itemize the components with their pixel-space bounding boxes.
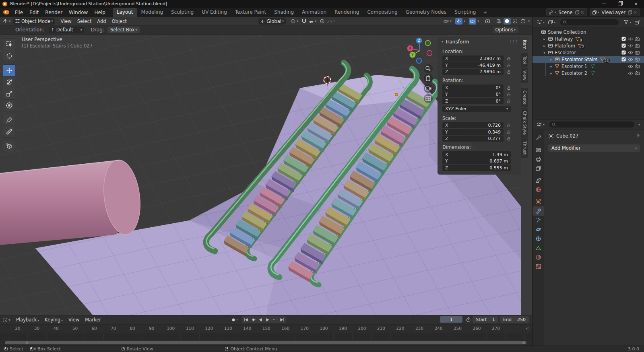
drag-mode-dropdown[interactable]: Select Box ▾ <box>107 27 140 33</box>
workspace-tab-geometry-nodes[interactable]: Geometry Nodes <box>402 8 450 17</box>
camera-button[interactable] <box>424 84 433 93</box>
tool-rotate[interactable] <box>3 76 15 88</box>
viewport-canvas[interactable]: XYZ User Perspective (1) Escolator Stair… <box>0 35 532 315</box>
editor-type-selector[interactable]: ▾ <box>2 19 10 24</box>
tool-select-box[interactable] <box>3 38 15 50</box>
new-collection-button[interactable] <box>634 20 640 25</box>
close-button[interactable]: × <box>628 0 644 8</box>
properties-tab-tool[interactable] <box>533 133 544 142</box>
render-camera-icon[interactable] <box>634 57 641 62</box>
frame-end-field[interactable]: End 250 <box>500 316 529 323</box>
transform-field-scale-z[interactable]: Z0.277 <box>442 136 504 142</box>
chevron-down-icon[interactable]: ▾ <box>477 19 479 23</box>
properties-tab-texture[interactable] <box>533 262 544 271</box>
expand-icon[interactable]: ▾ <box>542 51 547 55</box>
exclude-checkbox[interactable] <box>620 37 627 41</box>
render-camera-icon[interactable] <box>634 64 641 68</box>
sidebar-tab-item[interactable]: Item <box>521 37 528 52</box>
show-overlays-toggle[interactable] <box>469 18 476 25</box>
viewport-menu-select[interactable]: Select <box>74 18 94 25</box>
stopwatch-icon[interactable] <box>466 317 471 322</box>
jump-to-end-button[interactable] <box>279 316 286 323</box>
exclude-checkbox[interactable] <box>620 43 627 48</box>
workspace-tab-animation[interactable]: Animation <box>298 8 330 17</box>
tool-move[interactable] <box>3 64 15 76</box>
properties-editor-type-selector[interactable]: ▾ <box>537 122 545 127</box>
shading-solid-button[interactable] <box>504 18 511 25</box>
shading-material-button[interactable] <box>512 18 519 25</box>
outliner-item-scene-collection[interactable]: Scene Collection <box>533 29 644 35</box>
timeline-menu-marker[interactable]: Marker <box>82 316 104 323</box>
pin-icon[interactable] <box>635 134 640 138</box>
properties-tab-constraints[interactable] <box>533 234 544 243</box>
transform-field-rotation-y[interactable]: Y0° <box>442 91 504 98</box>
current-frame-field[interactable]: 1 <box>440 316 462 323</box>
tool-cursor[interactable] <box>3 50 15 62</box>
timeline-menu-keying[interactable]: Keying▾ <box>42 316 66 323</box>
remove-view-layer-icon[interactable]: ✕ <box>632 10 638 15</box>
hide-eye-icon[interactable] <box>627 51 634 55</box>
lock-icon[interactable] <box>505 86 512 90</box>
menu-window[interactable]: Window <box>66 8 91 16</box>
timeline-menu-view[interactable]: View <box>66 316 82 323</box>
expand-icon[interactable]: ▸ <box>542 37 547 41</box>
menu-edit[interactable]: Edit <box>26 8 42 16</box>
add-workspace-button[interactable]: + <box>480 8 490 17</box>
outliner-filter-dropdown[interactable]: ▾ <box>623 20 631 25</box>
workspace-tab-rendering[interactable]: Rendering <box>330 8 363 17</box>
show-gizmo-toggle[interactable] <box>455 18 462 25</box>
perspective-button[interactable] <box>424 94 433 103</box>
transform-field-dimensions-z[interactable]: Z0.555 m <box>442 165 511 171</box>
lock-icon[interactable] <box>505 136 512 141</box>
timeline-editor-type-selector[interactable]: ▾ <box>2 317 10 323</box>
transform-field-location-y[interactable]: Y-46.419 m <box>442 62 504 68</box>
chevron-down-icon[interactable]: ▾ <box>464 19 465 23</box>
blender-menu-icon[interactable] <box>3 10 9 14</box>
exclude-checkbox[interactable] <box>620 57 627 62</box>
workspace-tab-layout[interactable]: Layout <box>113 8 137 17</box>
outliner-editor-type-selector[interactable]: ▾ <box>537 20 545 25</box>
properties-tab-material[interactable] <box>533 253 544 262</box>
lock-icon[interactable] <box>505 130 512 134</box>
pan-button[interactable] <box>424 74 433 83</box>
transform-field-rotation-z[interactable]: Z0° <box>442 98 504 104</box>
sidebar-tab-chalk-style[interactable]: Chalk Style <box>521 108 528 138</box>
workspace-tab-scripting[interactable]: Scripting <box>450 8 480 17</box>
properties-tab-scene[interactable] <box>533 176 544 185</box>
xray-toggle[interactable] <box>484 18 491 25</box>
tool-measure[interactable] <box>3 126 15 138</box>
transform-field-dimensions-x[interactable]: X1.49 m <box>442 151 511 158</box>
lock-icon[interactable] <box>505 123 512 128</box>
viewport-menu-object[interactable]: Object <box>109 18 130 25</box>
transform-field-scale-y[interactable]: Y0.349 <box>442 129 504 135</box>
viewport-menu-view[interactable]: View <box>58 18 74 25</box>
frame-start-field[interactable]: Start 1 <box>473 316 498 323</box>
expand-icon[interactable]: ▸ <box>549 64 554 68</box>
object-type-visibility-dropdown[interactable]: ▾ <box>443 19 452 24</box>
transform-field-scale-x[interactable]: X0.726 <box>442 122 504 129</box>
hide-eye-icon[interactable] <box>627 71 634 75</box>
transform-field-location-x[interactable]: X-2.3907 m <box>442 56 504 62</box>
outliner-search-input[interactable] <box>560 19 619 25</box>
expand-icon[interactable]: ▸ <box>542 44 547 48</box>
outliner-item-escolator-2[interactable]: ▸Escolator 2 <box>533 70 644 76</box>
timeline-menu-playback[interactable]: Playback▾ <box>13 316 42 323</box>
properties-tab-render[interactable] <box>533 145 544 154</box>
chevron-down-icon[interactable]: ▾ <box>528 19 530 23</box>
snapping-controls[interactable]: ▾ <box>301 19 316 24</box>
play-reverse-button[interactable] <box>257 316 264 323</box>
render-camera-icon[interactable] <box>634 37 641 41</box>
viewport-menu-add[interactable]: Add <box>94 18 109 25</box>
expand-icon[interactable]: ▸ <box>549 71 554 75</box>
mode-selector[interactable]: Object Mode ▾ <box>13 18 55 25</box>
lock-icon[interactable] <box>505 99 512 103</box>
lock-icon[interactable] <box>505 70 512 74</box>
properties-tab-view-layer[interactable] <box>533 164 544 173</box>
auto-keying-button[interactable]: ▾ <box>230 316 239 323</box>
jump-to-start-button[interactable] <box>242 316 250 323</box>
proportional-edit-controls[interactable]: ▾ <box>320 19 335 24</box>
next-keyframe-button[interactable] <box>271 316 279 323</box>
timeline-scrollbar[interactable] <box>0 340 532 346</box>
minimize-button[interactable] <box>596 0 612 8</box>
outliner-item-hallway[interactable]: ▸Hallway8 <box>533 35 644 42</box>
